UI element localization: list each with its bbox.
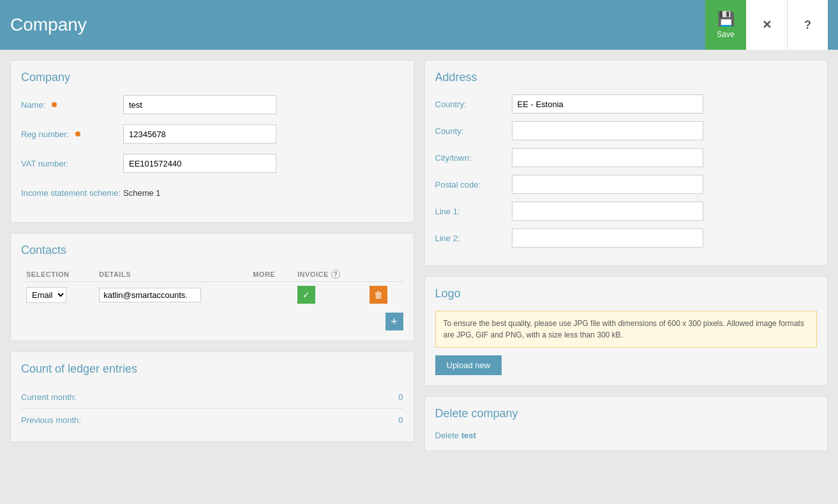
save-icon: 💾 [717,11,735,27]
contact-invoice-check-button[interactable]: ✓ [297,286,315,304]
contact-detail-cell [94,282,248,308]
name-input[interactable] [123,95,276,114]
required-dot-reg [75,131,80,137]
country-row: Country: [435,94,818,114]
address-panel: Address Country: County: City/town: Post… [424,60,828,266]
income-statement-label: Income statement scheme: [21,188,123,198]
help-button[interactable]: ? [787,0,828,50]
country-input[interactable] [512,94,703,114]
line1-label: Line 1: [435,207,512,216]
vat-input[interactable] [123,154,276,173]
table-row: Email ✓ 🗑 [21,282,403,308]
col-details: DETAILS [94,267,248,282]
postal-label: Postal code: [435,180,512,189]
delete-company-link[interactable]: Delete test [435,431,476,440]
ledger-title: Count of ledger entries [21,362,403,376]
vat-label: VAT number: [21,159,123,168]
delete-company-name: test [461,431,476,440]
previous-month-row: Previous month: 0 [21,409,403,431]
line1-input[interactable] [512,202,703,221]
delete-company-panel: Delete company Delete test [424,396,828,451]
contact-more-cell [248,282,292,308]
previous-month-value: 0 [398,415,403,425]
header: Company 💾 Save ✕ ? [0,0,838,50]
line2-input[interactable] [512,228,703,248]
page-title: Company [10,15,87,35]
contact-type-select-wrapper: Email [26,287,89,303]
line1-row: Line 1: [435,202,818,221]
logo-panel: Logo To ensure the best quality, please … [424,276,828,386]
county-row: County: [435,121,818,140]
income-statement-row: Income statement scheme: Scheme 1 [21,182,403,203]
income-statement-value: Scheme 1 [123,188,161,198]
contact-type-select[interactable]: Email [26,287,66,303]
address-title: Address [435,71,818,84]
save-button[interactable]: 💾 Save [705,0,746,50]
vat-row: VAT number: [21,153,403,174]
right-column: Address Country: County: City/town: Post… [424,60,828,451]
postal-row: Postal code: [435,175,818,194]
contacts-panel: Contacts SELECTION DETAILS MORE INVOICE … [10,233,414,341]
current-month-label: Current month: [21,392,77,402]
close-button[interactable]: ✕ [746,0,787,50]
city-row: City/town: [435,148,818,167]
col-invoice: INVOICE ? [292,267,364,282]
contacts-header-row: SELECTION DETAILS MORE INVOICE ? [21,267,403,282]
line2-row: Line 2: [435,228,818,248]
col-actions [364,267,403,282]
upload-new-button[interactable]: Upload new [435,355,502,375]
logo-info-text: To ensure the best quality, please use J… [435,311,818,348]
reg-number-input[interactable] [123,124,276,144]
contacts-table: SELECTION DETAILS MORE INVOICE ? [21,267,403,308]
name-row: Name: [21,94,403,115]
postal-input[interactable] [512,175,703,194]
close-icon: ✕ [762,18,772,32]
reg-number-label: Reg number: [21,130,123,139]
delete-company-title: Delete company [435,407,818,420]
help-icon: ? [804,19,811,32]
reg-number-row: Reg number: [21,124,403,144]
county-input[interactable] [512,121,703,140]
ledger-panel: Count of ledger entries Current month: 0… [10,352,414,442]
header-buttons: 💾 Save ✕ ? [705,0,828,50]
contact-delete-button[interactable]: 🗑 [370,286,387,304]
invoice-help-icon[interactable]: ? [331,270,340,279]
required-dot-name [52,102,57,107]
add-contact-button[interactable]: + [385,313,403,330]
contact-invoice-cell: ✓ [292,282,364,308]
company-section-title: Company [21,71,403,84]
contact-email-input[interactable] [99,288,201,302]
add-contact-row: + [21,313,403,330]
save-label: Save [717,30,734,39]
current-month-value: 0 [398,392,403,402]
delete-text: Delete [435,431,460,440]
company-panel: Company Name: Reg number: VAT number: [10,60,414,223]
contact-delete-cell: 🗑 [364,282,403,308]
col-selection: SELECTION [21,267,94,282]
logo-title: Logo [435,287,818,300]
col-more: MORE [248,267,292,282]
previous-month-label: Previous month: [21,415,81,425]
left-column: Company Name: Reg number: VAT number: [10,60,414,451]
county-label: County: [435,126,512,136]
city-label: City/town: [435,153,512,163]
main-content: Company Name: Reg number: VAT number: [0,50,838,461]
name-label: Name: [21,100,123,110]
country-label: Country: [435,100,512,109]
city-input[interactable] [512,148,703,167]
current-month-row: Current month: 0 [21,386,403,409]
contacts-title: Contacts [21,244,403,257]
contact-type-cell: Email [21,282,94,308]
line2-label: Line 2: [435,233,512,243]
